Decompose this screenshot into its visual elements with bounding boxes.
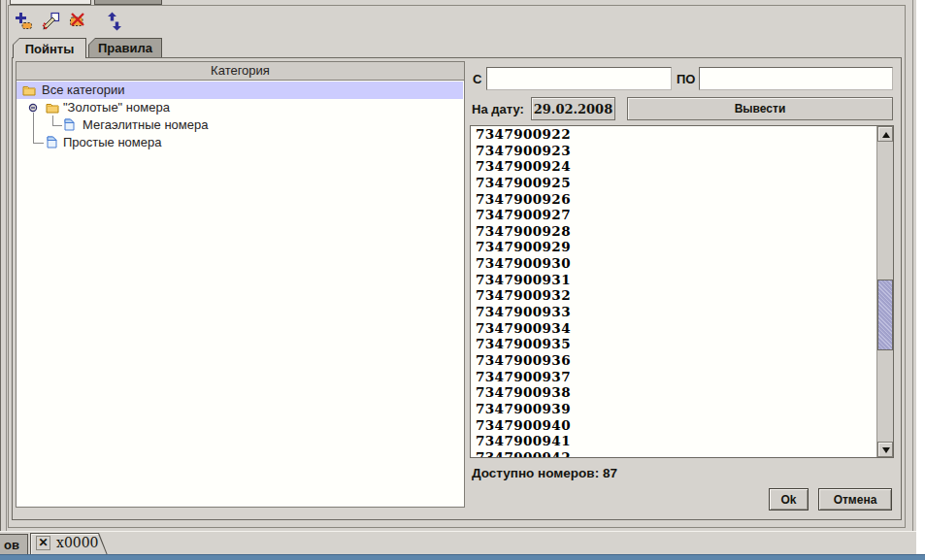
add-icon[interactable] (13, 11, 34, 32)
number-row[interactable]: 7347900922 (471, 126, 876, 143)
scroll-up-arrow-icon (882, 132, 890, 138)
status-count: 87 (603, 466, 617, 480)
scroll-down-button[interactable] (877, 442, 893, 457)
folder-icon (46, 102, 59, 114)
cancel-button[interactable]: Отмена (818, 488, 892, 511)
number-row[interactable]: 7347900937 (471, 369, 876, 385)
number-row[interactable]: 7347900925 (471, 175, 876, 191)
folder-icon (22, 84, 36, 96)
delete-icon[interactable] (67, 11, 88, 32)
number-row[interactable]: 7347900936 (471, 352, 876, 369)
scroll-up-button[interactable] (877, 126, 893, 142)
tree-item-megaelite-numbers[interactable]: Мегаэлитные номера (17, 116, 463, 134)
status-label: Доступно номеров: (472, 466, 599, 480)
tree-item-all-categories[interactable]: Все категории (17, 82, 463, 99)
tree-item-gold-numbers[interactable]: "Золотые" номера (17, 99, 463, 116)
numbers-rows: 7347900922 7347900923 7347900924 7347900… (471, 126, 876, 458)
numbers-list[interactable]: 7347900922 7347900923 7347900924 7347900… (470, 125, 894, 458)
document-icon (64, 118, 75, 131)
number-row[interactable]: 7347900934 (471, 320, 876, 337)
tree-body: Все категории "Золотые" номера (17, 81, 464, 507)
bottom-blue-bar (0, 554, 925, 560)
range-from-label: С (473, 72, 481, 86)
number-row[interactable]: 7347900932 (471, 287, 876, 304)
scroll-down-arrow-icon (882, 447, 890, 453)
date-button[interactable]: 29.02.2008 (531, 97, 615, 120)
tree-item-label: "Золотые" номера (63, 99, 170, 116)
available-numbers-status: Доступно номеров: 87 (472, 466, 617, 480)
category-tree-panel: Категория Все категории (16, 61, 465, 508)
number-row[interactable]: 7347900923 (471, 143, 876, 159)
ok-button[interactable]: Ok (769, 488, 809, 511)
refresh-icon[interactable] (104, 11, 125, 32)
number-row[interactable]: 7347900930 (471, 255, 876, 272)
number-row[interactable]: 7347900924 (471, 158, 876, 175)
number-row[interactable]: 7347900935 (471, 336, 876, 352)
show-button[interactable]: Вывести (627, 97, 893, 120)
number-row[interactable]: 7347900942 (471, 449, 876, 458)
window-border-left-inner (6, 0, 7, 554)
number-row[interactable]: 7347900939 (471, 401, 876, 417)
edit-icon[interactable] (40, 11, 61, 32)
tree-header: Категория (17, 62, 464, 81)
numbers-scrollbar[interactable] (876, 126, 893, 457)
scrollbar-thumb[interactable] (877, 280, 893, 350)
bottom-tab-partial[interactable]: ов (0, 534, 28, 555)
tree-item-label: Мегаэлитные номера (83, 116, 208, 134)
close-tab-icon[interactable]: ✕ (36, 536, 50, 550)
document-icon (47, 136, 57, 148)
bottom-tab-x0000[interactable]: ✕ x0000 (30, 533, 108, 555)
range-to-label: ПО (677, 72, 695, 86)
tab-rules-label: Правила (89, 39, 161, 57)
number-row[interactable]: 7347900926 (471, 191, 876, 208)
bottom-tab-bar: ов ✕ x0000 (0, 531, 916, 554)
tree-item-label: Все категории (42, 82, 124, 99)
date-label: На дату: (472, 102, 524, 116)
number-row[interactable]: 7347900928 (471, 223, 876, 240)
number-row[interactable]: 7347900931 (471, 272, 876, 288)
number-row[interactable]: 7347900941 (471, 433, 876, 449)
app-background: Пойнты Правила Категория (0, 0, 916, 554)
range-to-input[interactable] (699, 67, 893, 90)
main-panel: Пойнты Правила Категория (8, 5, 906, 528)
tree-item-label: Простые номера (63, 134, 161, 151)
tree-item-simple-numbers[interactable]: Простые номера (17, 134, 463, 151)
tab-rules[interactable]: Правила (88, 38, 162, 57)
tab-points[interactable]: Пойнты (13, 38, 86, 58)
tab-points-label: Пойнты (14, 39, 85, 58)
tree-expander-icon[interactable] (28, 103, 38, 113)
number-row[interactable]: 7347900933 (471, 304, 876, 320)
tab-content: Категория Все категории (12, 57, 902, 520)
number-row[interactable]: 7347900940 (471, 417, 876, 434)
number-row[interactable]: 7347900927 (471, 207, 876, 223)
number-row[interactable]: 7347900938 (471, 384, 876, 401)
number-row[interactable]: 7347900929 (471, 239, 876, 255)
window-border-right (912, 0, 913, 554)
range-from-input[interactable] (486, 67, 672, 90)
bottom-tab-label: x0000 (56, 535, 99, 550)
window-border-left-outer (0, 0, 1, 554)
